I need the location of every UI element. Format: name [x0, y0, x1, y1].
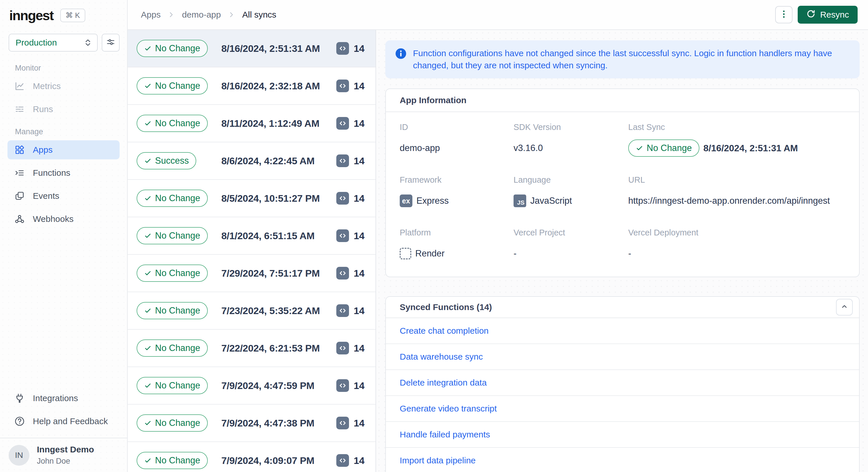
sidebar-nav: Monitor Metrics Runs Manage Apps Functio… — [0, 52, 127, 232]
status-label: No Change — [155, 418, 200, 428]
chevrons-up-down-icon — [83, 38, 93, 47]
sync-timestamp: 8/1/2024, 6:51:15 AM — [221, 230, 336, 242]
status-label: No Change — [155, 193, 200, 203]
sync-list-item[interactable]: No Change 8/5/2024, 10:51:27 PM 14 — [128, 180, 375, 217]
events-icon — [14, 191, 25, 201]
sync-list-item[interactable]: No Change 7/9/2024, 4:47:59 PM 14 — [128, 367, 375, 405]
app-info-field-platform: Platform Render — [400, 219, 514, 272]
function-link-generate-video-transcript[interactable]: Generate video transcript — [400, 404, 497, 413]
express-icon: ex — [400, 194, 412, 207]
field-label: ID — [400, 123, 508, 132]
resync-label: Resync — [820, 10, 849, 20]
function-count: 14 — [353, 455, 365, 466]
breadcrumb-apps[interactable]: Apps — [141, 10, 160, 20]
sync-list-item[interactable]: No Change 8/11/2024, 1:12:49 AM 14 — [128, 105, 375, 143]
synced-function-row: Generate video transcript — [386, 396, 859, 422]
sync-list-item[interactable]: No Change 8/16/2024, 2:51:31 AM 14 — [128, 30, 375, 67]
app-information-grid: ID demo-app SDK Version v3.16.0 Last Syn… — [386, 112, 859, 277]
synced-functions-list: Create chat completion Data warehouse sy… — [386, 318, 859, 472]
status-label: No Change — [155, 118, 200, 128]
function-count: 14 — [353, 380, 365, 391]
check-icon — [144, 344, 152, 352]
resync-button[interactable]: Resync — [798, 6, 858, 24]
profile-menu[interactable]: IN Inngest Demo John Doe — [0, 438, 127, 472]
sync-timestamp: 7/9/2024, 4:47:38 PM — [221, 417, 336, 429]
function-link-import-data-pipeline[interactable]: Import data pipeline — [400, 455, 476, 465]
brand-row: inngest ⌘ K — [0, 0, 127, 23]
sidebar-item-help-and-feedback[interactable]: Help and Feedback — [7, 412, 120, 431]
function-count: 14 — [353, 43, 365, 54]
command-palette-shortcut[interactable]: ⌘ K — [60, 9, 85, 22]
info-banner-text: Function configurations have not changed… — [413, 47, 850, 71]
sync-list-item[interactable]: No Change 7/29/2024, 7:51:17 PM 14 — [128, 255, 375, 292]
status-badge: No Change — [136, 340, 208, 357]
sidebar-item-label: Webhooks — [33, 214, 73, 224]
breadcrumb-all-syncs: All syncs — [242, 10, 276, 20]
sidebar-item-webhooks[interactable]: Webhooks — [7, 210, 120, 228]
check-icon — [144, 232, 152, 240]
function-link-data-warehouse-sync[interactable]: Data warehouse sync — [400, 352, 483, 361]
field-label: Platform — [400, 228, 508, 238]
app-information-title: App Information — [400, 95, 467, 105]
webhooks-icon — [14, 214, 25, 224]
sidebar-item-label: Apps — [33, 145, 53, 155]
status-badge: No Change — [136, 227, 208, 244]
status-label: No Change — [155, 81, 200, 91]
breadcrumb-demo-app[interactable]: demo-app — [182, 10, 221, 20]
breadcrumb: Apps demo-app All syncs — [141, 10, 276, 20]
sidebar-item-label: Metrics — [33, 81, 61, 91]
sync-timestamp: 7/23/2024, 5:35:22 AM — [221, 305, 336, 316]
sync-list-item[interactable]: No Change 7/23/2024, 5:35:22 AM 14 — [128, 292, 375, 329]
status-label: No Change — [155, 380, 200, 391]
code-icon — [336, 417, 349, 429]
sync-list-item[interactable]: No Change 8/16/2024, 2:32:18 AM 14 — [128, 67, 375, 105]
function-link-handle-failed-payments[interactable]: Handle failed payments — [400, 430, 490, 439]
sidebar-item-label: Integrations — [33, 394, 78, 403]
sidebar-item-apps[interactable]: Apps — [7, 140, 120, 159]
sync-list-item[interactable]: No Change 7/22/2024, 6:21:53 PM 14 — [128, 329, 375, 367]
sidebar-item-events[interactable]: Events — [7, 186, 120, 206]
function-link-delete-integration-data[interactable]: Delete integration data — [400, 378, 487, 387]
collapse-button[interactable] — [836, 299, 853, 316]
field-label: Last Sync — [628, 123, 839, 132]
sidebar-bottom: Integrations Help and Feedback IN Innges… — [0, 389, 127, 472]
synced-function-row: Handle failed payments — [386, 422, 859, 448]
sliders-icon — [106, 37, 116, 48]
integrations-icon — [14, 393, 25, 403]
status-badge: No Change — [136, 414, 208, 432]
sidebar-item-runs[interactable]: Runs — [7, 100, 120, 119]
field-label: URL — [628, 175, 839, 185]
info-banner: Function configurations have not changed… — [385, 40, 860, 78]
avatar: IN — [9, 445, 29, 466]
app-info-field-url: URL https://inngest-demo-app.onrender.co… — [628, 166, 845, 219]
sidebar-item-integrations[interactable]: Integrations — [7, 389, 120, 408]
sync-list-item[interactable]: No Change 7/9/2024, 4:09:07 PM 14 — [128, 442, 375, 472]
field-label: Framework — [400, 175, 508, 185]
more-options-button[interactable] — [775, 6, 793, 23]
sidebar-item-metrics[interactable]: Metrics — [7, 77, 120, 96]
sync-timestamp: 8/16/2024, 2:51:31 AM — [221, 43, 336, 54]
status-label: No Change — [155, 306, 200, 316]
code-icon — [336, 154, 349, 167]
kebab-menu-icon — [779, 9, 789, 20]
check-icon — [144, 307, 152, 314]
environment-selector-value: Production — [16, 38, 57, 48]
check-icon — [144, 194, 152, 202]
code-icon — [336, 229, 349, 242]
sync-list-item[interactable]: No Change 7/9/2024, 4:47:38 PM 14 — [128, 405, 375, 442]
sync-timestamp: 7/9/2024, 4:47:59 PM — [221, 380, 336, 391]
environment-selector[interactable]: Production — [9, 34, 98, 52]
code-icon — [336, 454, 349, 467]
inngest-logo[interactable]: inngest — [9, 7, 53, 23]
check-icon — [144, 82, 152, 90]
function-link-create-chat-completion[interactable]: Create chat completion — [400, 326, 489, 336]
sync-timestamp: 8/16/2024, 2:32:18 AM — [221, 81, 336, 92]
sync-list-item[interactable]: No Change 8/1/2024, 6:51:15 AM 14 — [128, 217, 375, 255]
sidebar-item-functions[interactable]: Functions — [7, 163, 120, 182]
app-info-field-language: Language JSJavaScript — [514, 166, 628, 219]
sync-list-item[interactable]: Success 8/6/2024, 4:22:45 AM 14 — [128, 143, 375, 180]
status-label: No Change — [155, 268, 200, 278]
sidebar-item-label: Help and Feedback — [33, 416, 108, 426]
environment-settings-button[interactable] — [102, 34, 120, 52]
field-value: exExpress — [400, 192, 508, 210]
